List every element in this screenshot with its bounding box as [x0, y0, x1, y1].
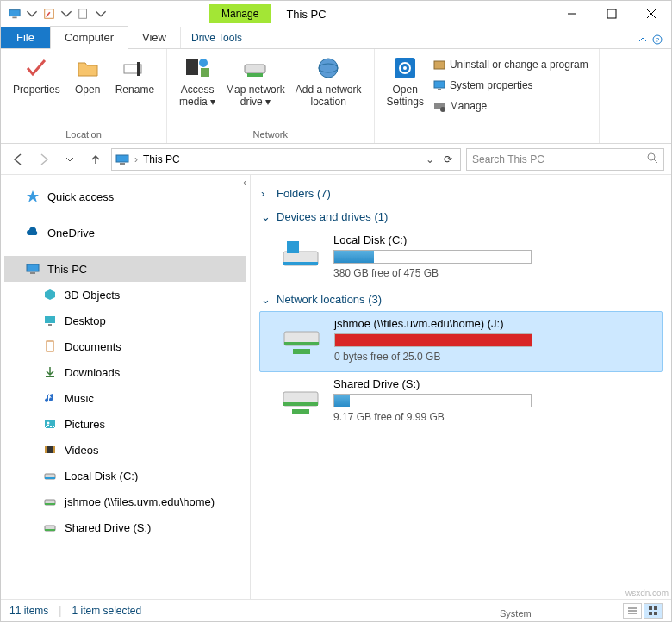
search-placeholder: Search This PC: [472, 153, 544, 165]
nav-local-disk[interactable]: Local Disk (C:): [4, 463, 246, 488]
pc-icon: [8, 7, 22, 21]
svg-rect-41: [53, 446, 55, 453]
details-view-button[interactable]: [623, 603, 642, 619]
maximize-button[interactable]: [592, 1, 632, 27]
onedrive-nav[interactable]: OneDrive: [4, 220, 246, 246]
svg-point-38: [47, 422, 50, 425]
nav-downloads[interactable]: Downloads: [4, 359, 246, 385]
svg-rect-10: [186, 59, 198, 75]
computer-tab[interactable]: Computer: [50, 26, 128, 49]
svg-rect-34: [48, 324, 52, 326]
nav-desktop[interactable]: Desktop: [4, 308, 246, 333]
network-drive-icon: [280, 383, 321, 418]
recent-dropdown[interactable]: [59, 149, 80, 170]
minimize-button[interactable]: [552, 1, 592, 27]
local-disk-drive[interactable]: Local Disk (C:) 380 GB free of 475 GB: [259, 228, 663, 288]
network-locations-group[interactable]: ⌄Network locations (3): [259, 288, 663, 311]
search-box[interactable]: Search This PC: [466, 148, 664, 171]
drive-name: Local Disk (C:): [333, 233, 557, 246]
drive-free-text: 0 bytes free of 25.0 GB: [334, 351, 558, 363]
properties-qat-icon[interactable]: [42, 7, 56, 21]
svg-rect-52: [284, 342, 319, 345]
dropdown-icon[interactable]: [25, 7, 39, 21]
svg-rect-5: [607, 9, 616, 18]
open-settings-button[interactable]: OpenSettings: [382, 53, 429, 109]
pc-icon: [115, 152, 129, 166]
nav-videos[interactable]: Videos: [4, 437, 246, 463]
uninstall-button[interactable]: Uninstall or change a program: [429, 56, 592, 73]
svg-rect-56: [292, 409, 309, 414]
drive-tools-tab[interactable]: Drive Tools: [181, 28, 252, 48]
svg-rect-36: [46, 376, 54, 377]
chevron-down-icon: ⌄: [261, 210, 271, 223]
svg-rect-60: [649, 606, 652, 610]
system-properties-button[interactable]: System properties: [429, 77, 592, 94]
file-tab[interactable]: File: [1, 27, 50, 48]
chevron-right-icon: ›: [261, 187, 271, 200]
ribbon-collapse[interactable]: ?: [630, 31, 671, 48]
forward-button[interactable]: [34, 149, 54, 170]
svg-rect-31: [30, 272, 35, 274]
open-button[interactable]: Open: [65, 53, 110, 97]
shared-drive-s[interactable]: Shared Drive (S:) 9.17 GB free of 9.99 G…: [259, 372, 663, 432]
up-button[interactable]: [85, 149, 106, 170]
chevron-down-icon[interactable]: ⌄: [426, 153, 434, 165]
nav-documents[interactable]: Documents: [4, 333, 246, 359]
add-network-location-button[interactable]: Add a networklocation: [290, 53, 367, 109]
nav-music[interactable]: Music: [4, 385, 246, 411]
view-tab[interactable]: View: [128, 27, 181, 48]
rename-label: Rename: [115, 84, 154, 96]
map-drive-button[interactable]: Map networkdrive ▾: [221, 53, 290, 109]
chevron-down-icon: ⌄: [261, 293, 271, 306]
ribbon-tabs: File Computer View Drive Tools ?: [1, 27, 671, 49]
manage-button[interactable]: Manage: [429, 97, 592, 115]
rename-button[interactable]: Rename: [110, 53, 159, 97]
address-bar[interactable]: › This PC ⌄ ⟳: [111, 148, 461, 171]
devices-group[interactable]: ⌄Devices and drives (1): [259, 205, 663, 228]
nav-pictures[interactable]: Pictures: [4, 411, 246, 437]
usage-bar: [333, 250, 532, 264]
rename-icon: [121, 54, 148, 82]
help-icon[interactable]: ?: [652, 34, 663, 45]
svg-rect-30: [27, 264, 39, 271]
svg-point-19: [403, 66, 407, 70]
item-count: 11 items: [9, 605, 48, 617]
this-pc-nav[interactable]: This PC: [4, 256, 246, 282]
nav-shared-drive[interactable]: Shared Drive (S:): [4, 514, 246, 540]
wrench-icon: [432, 99, 446, 113]
svg-rect-47: [45, 529, 55, 531]
ribbon-group-system: OpenSettings Uninstall or change a progr…: [375, 49, 600, 143]
dropdown-icon[interactable]: [59, 7, 73, 21]
tiles-view-button[interactable]: [644, 603, 663, 619]
manage-context-tab[interactable]: Manage: [209, 4, 271, 23]
qat-overflow-icon[interactable]: [94, 7, 108, 21]
local-drive-icon: [280, 239, 321, 274]
media-icon: [184, 54, 211, 82]
network-drive-j[interactable]: jshmoe (\\files.uvm.edu\home) (J:) 0 byt…: [259, 311, 663, 372]
titlebar: Manage This PC: [1, 1, 671, 27]
access-media-button[interactable]: Accessmedia ▾: [174, 53, 221, 109]
ribbon-group-location: Properties Open Rename Location: [1, 49, 167, 143]
collapse-handle-icon[interactable]: ‹: [243, 177, 246, 189]
nav-network-drive-j[interactable]: jshmoe (\\files.uvm.edu\home): [4, 488, 246, 514]
quick-access-nav[interactable]: Quick access: [4, 183, 246, 209]
cube-icon: [42, 287, 58, 302]
usage-bar: [334, 333, 532, 347]
new-folder-qat-icon[interactable]: [77, 7, 90, 21]
close-button[interactable]: [632, 1, 671, 27]
svg-rect-9: [137, 62, 140, 76]
ribbon: Properties Open Rename Location Accessme…: [1, 49, 671, 144]
refresh-button[interactable]: ⟳: [439, 153, 457, 165]
nav-3d-objects[interactable]: 3D Objects: [4, 282, 246, 308]
watermark: wsxdn.com: [625, 588, 669, 598]
monitor-icon: [432, 78, 446, 92]
status-bar: 11 items | 1 item selected: [1, 599, 671, 621]
folders-group[interactable]: ›Folders (7): [259, 182, 663, 205]
open-settings-label: OpenSettings: [387, 84, 424, 108]
explorer-window: Manage This PC File Computer View Drive …: [0, 0, 672, 622]
svg-rect-45: [45, 503, 55, 505]
svg-rect-13: [245, 65, 265, 73]
back-button[interactable]: [8, 149, 28, 170]
drive-name: jshmoe (\\files.uvm.edu\home) (J:): [334, 317, 558, 330]
properties-button[interactable]: Properties: [8, 53, 65, 97]
